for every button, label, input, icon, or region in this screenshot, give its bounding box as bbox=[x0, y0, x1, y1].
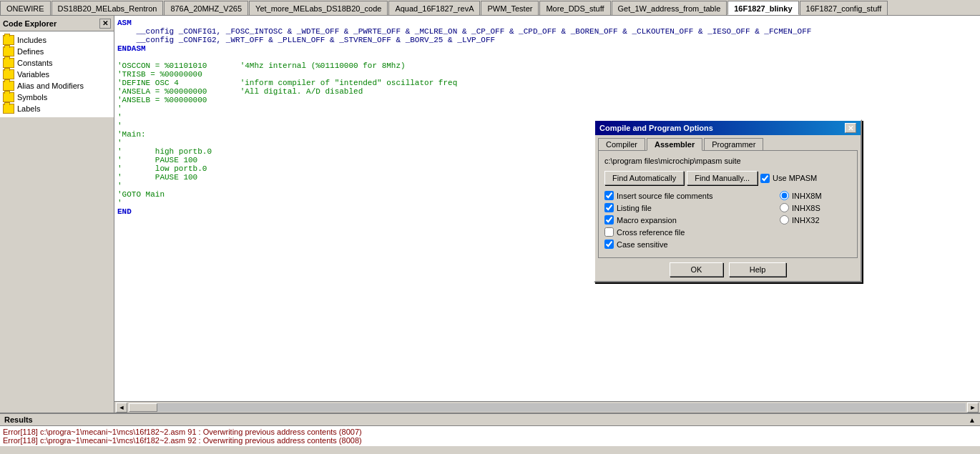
find-manually-button[interactable]: Find Manually... bbox=[687, 171, 758, 185]
tab-yet-more-melabs-ds18b20-code[interactable]: Yet_more_MELabs_DS18B20_code bbox=[249, 1, 388, 15]
results-expand-button[interactable]: ▲ bbox=[969, 416, 976, 424]
folder-icon bbox=[3, 58, 14, 68]
tab-onewire[interactable]: ONEWIRE bbox=[0, 1, 51, 15]
sidebar-item-label: Labels bbox=[17, 104, 40, 113]
sidebar-item-label: Alias and Modifiers bbox=[17, 82, 84, 90]
use-mpasm-checkbox[interactable] bbox=[760, 174, 770, 183]
tab-bar: ONEWIREDS18B20_MELabs_Rentron876A_20MHZ_… bbox=[0, 0, 980, 16]
dialog-title: Compile and Program Options bbox=[599, 124, 713, 132]
help-button[interactable]: Help bbox=[729, 262, 786, 277]
options-columns: Insert source file commentsListing fileM… bbox=[604, 191, 851, 252]
checkbox-row-4: Case sensitive bbox=[604, 240, 765, 249]
checkbox-cross-reference-file[interactable] bbox=[604, 227, 614, 237]
sidebar-item-alias-and-modifiers[interactable]: Alias and Modifiers bbox=[0, 80, 114, 92]
results-header: Results ▲ bbox=[0, 414, 980, 426]
scroll-track bbox=[129, 403, 966, 412]
tab-more-dds-stuff[interactable]: More_DDS_stuff bbox=[539, 1, 610, 15]
folder-icon bbox=[3, 46, 14, 56]
folder-icon bbox=[3, 92, 14, 102]
radio-label-0: INHX8M bbox=[792, 192, 822, 200]
scroll-thumb[interactable] bbox=[129, 403, 157, 412]
sidebar-item-defines[interactable]: Defines bbox=[0, 46, 114, 57]
results-panel: Results ▲ Error[118] c:\progra~1\mecani~… bbox=[0, 413, 980, 454]
explorer-close-button[interactable]: ✕ bbox=[99, 19, 111, 29]
checkbox-label-0: Insert source file comments bbox=[617, 192, 713, 200]
checkbox-macro-expansion[interactable] bbox=[604, 215, 614, 224]
checkbox-row-0: Insert source file comments bbox=[604, 191, 765, 200]
tab-ds18b20-melabs-rentron[interactable]: DS18B20_MELabs_Rentron bbox=[52, 1, 164, 15]
sidebar: IncludesDefinesConstantsVariablesAlias a… bbox=[0, 31, 114, 117]
dialog-tab-compiler[interactable]: Compiler bbox=[598, 138, 645, 150]
radio-label-2: INHX32 bbox=[792, 216, 820, 224]
sidebar-item-label: Includes bbox=[17, 36, 46, 44]
sidebar-item-variables[interactable]: Variables bbox=[0, 69, 114, 80]
sidebar-item-label: Variables bbox=[17, 70, 49, 79]
horizontal-scrollbar[interactable]: ◄ ► bbox=[114, 401, 980, 413]
checkbox-listing-file[interactable] bbox=[604, 203, 614, 212]
error-line: Error[118] c:\progra~1\mecani~1\mcs\16f1… bbox=[3, 436, 977, 445]
folder-icon bbox=[3, 81, 14, 91]
sidebar-item-label: Constants bbox=[17, 59, 53, 67]
radio-row-2: INHX32 bbox=[780, 215, 851, 224]
sidebar-item-label: Symbols bbox=[17, 93, 47, 102]
results-title: Results bbox=[4, 415, 33, 424]
use-mpasm-label: Use MPASM bbox=[773, 174, 817, 182]
sidebar-item-symbols[interactable]: Symbols bbox=[0, 92, 114, 103]
sidebar-item-includes[interactable]: Includes bbox=[0, 34, 114, 46]
tab-pwm-tester[interactable]: PWM_Tester bbox=[481, 1, 539, 15]
explorer-title: Code Explorer bbox=[3, 19, 57, 28]
checkbox-case-sensitive[interactable] bbox=[604, 240, 614, 249]
sidebar-item-constants[interactable]: Constants bbox=[0, 57, 114, 69]
tab-get-1w-address-from-table[interactable]: Get_1W_address_from_table bbox=[612, 1, 727, 15]
dialog-tab-assembler[interactable]: Assembler bbox=[647, 138, 702, 151]
checkbox-label-4: Case sensitive bbox=[617, 240, 668, 249]
checkbox-label-3: Cross reference file bbox=[617, 228, 685, 237]
tab-16f1827-config-stuff[interactable]: 16F1827_config_stuff bbox=[800, 1, 888, 15]
results-content: Error[118] c:\progra~1\mecani~1\mcs\16f1… bbox=[0, 426, 980, 446]
dialog-titlebar: Compile and Program Options ✕ bbox=[595, 121, 861, 135]
checkbox-row-3: Cross reference file bbox=[604, 227, 765, 237]
checkbox-row-1: Listing file bbox=[604, 203, 765, 212]
tab-876a-20mhz-v265[interactable]: 876A_20MHZ_V265 bbox=[164, 1, 248, 15]
explorer-header: Code Explorer ✕ bbox=[0, 16, 114, 31]
ok-button[interactable]: OK bbox=[670, 262, 723, 277]
folder-icon bbox=[3, 69, 14, 79]
dialog-tab-programmer[interactable]: Programmer bbox=[704, 138, 763, 150]
scroll-right-button[interactable]: ► bbox=[967, 403, 979, 413]
checkbox-label-1: Listing file bbox=[617, 204, 652, 212]
radio-inhx32[interactable] bbox=[780, 215, 789, 224]
tab-aquad-16f1827-reva[interactable]: Aquad_16F1827_revA bbox=[388, 1, 480, 15]
sidebar-item-label: Defines bbox=[17, 47, 44, 56]
dialog-content: c:\program files\microchip\mpasm suite F… bbox=[598, 150, 858, 258]
dialog-tab-bar: CompilerAssemblerProgrammer bbox=[595, 135, 861, 150]
sidebar-item-labels[interactable]: Labels bbox=[0, 103, 114, 114]
radio-row-0: INHX8M bbox=[780, 191, 851, 200]
error-line: Error[118] c:\progra~1\mecani~1\mcs\16f1… bbox=[3, 428, 977, 436]
radio-label-1: INHX8S bbox=[792, 204, 820, 212]
find-buttons-row: Find Automatically Find Manually... Use … bbox=[604, 171, 851, 185]
checkboxes-column: Insert source file commentsListing fileM… bbox=[604, 191, 765, 252]
compile-options-dialog: Compile and Program Options ✕ CompilerAs… bbox=[594, 119, 862, 282]
assembler-path: c:\program files\microchip\mpasm suite bbox=[604, 157, 851, 165]
checkbox-insert-source-file-comments[interactable] bbox=[604, 191, 614, 200]
checkbox-row-2: Macro expansion bbox=[604, 215, 765, 224]
code-explorer-panel: Code Explorer ✕ IncludesDefinesConstants… bbox=[0, 16, 114, 413]
radio-inhx8m[interactable] bbox=[780, 191, 789, 200]
folder-icon bbox=[3, 35, 14, 45]
dialog-footer: OK Help bbox=[595, 258, 861, 281]
use-mpasm-row: Use MPASM bbox=[760, 174, 817, 183]
radio-row-1: INHX8S bbox=[780, 203, 851, 212]
checkbox-label-2: Macro expansion bbox=[617, 216, 677, 224]
radio-column: INHX8MINHX8SINHX32 bbox=[780, 191, 851, 252]
tab-16f1827-blinky[interactable]: 16F1827_blinky bbox=[727, 1, 798, 15]
folder-icon bbox=[3, 104, 14, 114]
scroll-left-button[interactable]: ◄ bbox=[116, 403, 127, 413]
find-automatically-button[interactable]: Find Automatically bbox=[604, 171, 684, 185]
radio-inhx8s[interactable] bbox=[780, 203, 789, 212]
dialog-close-button[interactable]: ✕ bbox=[845, 123, 856, 133]
